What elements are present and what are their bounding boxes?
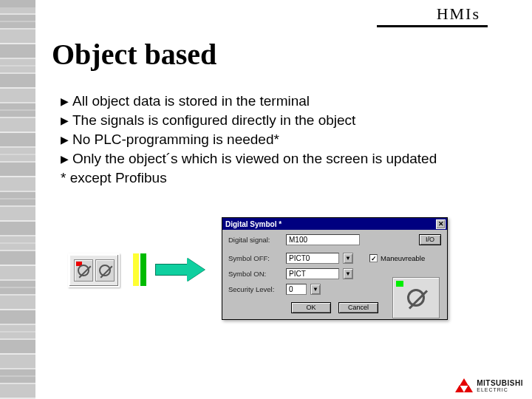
header-underline <box>377 25 488 27</box>
mitsubishi-logo: MITSUBISHI ELECTRIC <box>456 378 523 393</box>
label-security: Security Level: <box>228 285 282 293</box>
symbol-icon-off <box>74 259 93 282</box>
digital-symbol-dialog: Digital Symbol * ✕ Digital signal: M100 … <box>222 217 448 320</box>
checkbox-icon: ✓ <box>369 254 378 262</box>
header-label: HMIs <box>437 4 480 24</box>
dropdown-icon[interactable]: ▼ <box>343 253 353 264</box>
logo-text-1: MITSUBISHI <box>477 379 523 387</box>
symbol-preview <box>392 277 440 318</box>
dropdown-icon[interactable]: ▼ <box>310 284 321 295</box>
select-off[interactable]: PICT0 <box>286 253 339 264</box>
label-signal: Digital signal: <box>228 236 282 244</box>
slide-decoration <box>0 0 35 399</box>
slide-title: Object based <box>52 37 216 72</box>
bullet-text: All object data is stored in the termina… <box>72 92 310 111</box>
bullet-item: ▶ Only the object´s which is viewed on t… <box>61 149 495 168</box>
symbol-icon-on <box>95 259 115 282</box>
select-on[interactable]: PICT <box>286 268 339 279</box>
footnote: * except Profibus <box>61 168 495 188</box>
bullet-arrow-icon: ▶ <box>61 92 72 111</box>
color-bars <box>133 253 146 286</box>
logo-triangles-icon <box>456 378 472 393</box>
bullet-text: No PLC-programming is needed* <box>72 130 279 149</box>
label-off: Symbol OFF: <box>228 254 282 262</box>
bullet-text: The signals is configured directly in th… <box>72 111 355 130</box>
bullet-item: ▶ All object data is stored in the termi… <box>61 92 495 111</box>
io-button[interactable]: I/O <box>419 234 441 245</box>
ok-button[interactable]: OK <box>291 302 331 313</box>
bullet-text: Only the object´s which is viewed on the… <box>72 149 437 168</box>
select-security[interactable]: 0 <box>286 284 307 295</box>
checkbox-label: Maneuvreable <box>381 254 425 262</box>
input-signal[interactable]: M100 <box>286 234 360 245</box>
preview-circle-icon <box>407 289 425 307</box>
bullet-list: ▶ All object data is stored in the termi… <box>61 92 495 188</box>
bullet-arrow-icon: ▶ <box>61 130 72 149</box>
bullet-item: ▶ No PLC-programming is needed* <box>61 130 495 149</box>
label-on: Symbol ON: <box>228 270 282 278</box>
maneuvreable-checkbox[interactable]: ✓ Maneuvreable <box>369 254 425 262</box>
dialog-title: Digital Symbol * <box>225 220 282 228</box>
close-icon[interactable]: ✕ <box>436 219 446 229</box>
dropdown-icon[interactable]: ▼ <box>343 268 353 279</box>
bullet-arrow-icon: ▶ <box>61 111 72 130</box>
bullet-arrow-icon: ▶ <box>61 149 72 168</box>
cancel-button[interactable]: Cancel <box>338 302 378 313</box>
logo-text-2: ELECTRIC <box>477 387 523 392</box>
preview-led-icon <box>396 281 403 287</box>
arrow-icon <box>155 259 207 281</box>
dialog-titlebar[interactable]: Digital Symbol * ✕ <box>222 218 447 230</box>
bullet-item: ▶ The signals is configured directly in … <box>61 111 495 130</box>
symbol-icon-group <box>68 253 120 287</box>
